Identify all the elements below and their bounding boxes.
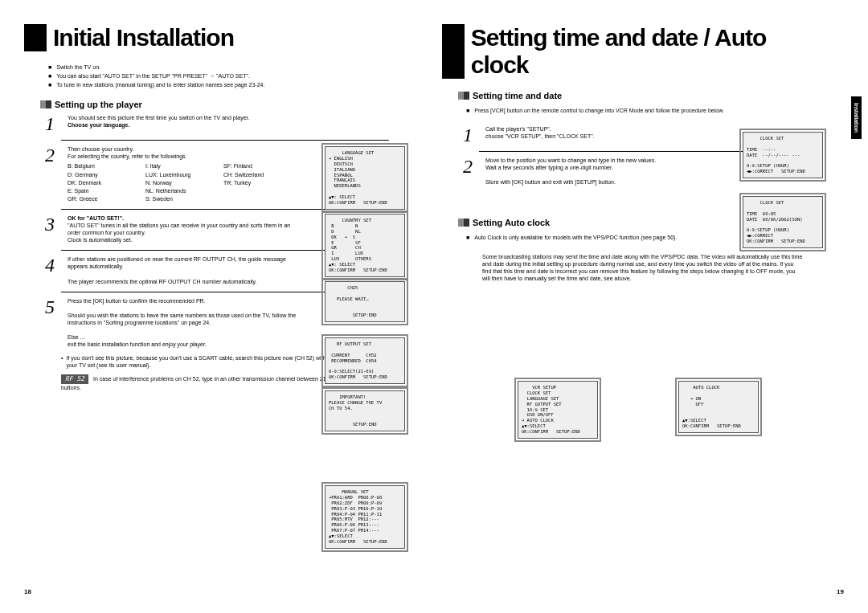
section-bar-icon (458, 92, 469, 100)
body-text: Some broadcasting stations may send the … (482, 253, 804, 282)
section-bar-icon (458, 219, 469, 227)
side-tab: Installation (851, 96, 862, 139)
step-number: 2 (463, 157, 479, 186)
screen-language: LANGUAGE SET ➔ ENGLISH DEUTSCH ITALIANO … (321, 143, 408, 213)
title-bar-left: Initial Installation (24, 24, 410, 51)
section-title: Setting time and date (473, 91, 562, 100)
step-number: 5 (45, 297, 61, 349)
step-body: If other stations are positioned on near… (68, 255, 301, 284)
title-tab-icon (24, 24, 47, 51)
page-number-left: 18 (24, 588, 31, 595)
page-18: Initial Installation Switch the TV on. Y… (24, 24, 410, 391)
screen-autoclock: AUTO CLOCK ➔ ON OFF ▲▼:SELECT OK:CONFIRM… (675, 378, 762, 436)
page-title: Initial Installation (47, 24, 234, 51)
screen-country: COUNTRY SET B N D NL DK ➔ S E SF GR CH I… (321, 210, 408, 280)
step-number: 1 (45, 114, 61, 133)
screen-clock2: CLOCK SET TIME 08:05 DATE 08/06/2002(SUN… (739, 193, 826, 251)
bullet: Press [VCR] button on the remote control… (466, 107, 828, 114)
country-table: B: BelgiumI: ItalySF: Finland D: Germany… (68, 162, 301, 202)
title-tab-icon (442, 24, 465, 79)
step-body: OK for "AUTO SET!". "AUTO SET" tunes in … (68, 215, 301, 243)
step-body: Call the player's "SETUP". choose "VCR S… (485, 125, 719, 145)
step-number: 2 (45, 145, 61, 202)
section-header: Setting up the player (40, 100, 410, 109)
screen-important: IMPORTANT! PLEASE CHANGE THE TV CH TO 54… (321, 387, 408, 435)
divider (61, 140, 389, 141)
section-header: Setting time and date (458, 91, 828, 100)
step-body: Press the [OK] button to confirm the rec… (68, 297, 301, 349)
screen-clock1: CLOCK SET TIME --:-- DATE --/--/---- ---… (739, 129, 826, 182)
bullet: Switch the TV on. (48, 63, 410, 71)
screen-autoset: CH25 PLEASE WAIT… SETUP:END (321, 278, 408, 325)
page-19: Setting time and date / Auto clock Setti… (442, 24, 828, 285)
section-title: Setting up the player (55, 100, 142, 109)
step-body: You should see this picture the first ti… (68, 114, 301, 133)
step-body: Move to the position you want to change … (485, 157, 719, 186)
step-number: 4 (45, 255, 61, 284)
title-bar-right: Setting time and date / Auto clock (442, 24, 828, 79)
step-number: 3 (45, 215, 61, 243)
bullet: You can also start "AUTO SET" in the SET… (48, 72, 410, 80)
section-bar-icon (40, 100, 51, 108)
rf-badge: RF 52 (61, 374, 88, 384)
step-1: 1 You should see this picture the first … (45, 114, 410, 133)
section-title: Setting Auto clock (473, 218, 550, 227)
screen-vcrsetup: VCR SETUP CLOCK SET LANGUAGE SET RF OUTP… (514, 378, 601, 442)
bullet: To tune in new stations (manual tuning) … (48, 81, 410, 88)
step-body: Then choose your country. For selecting … (68, 145, 301, 202)
step-number: 1 (463, 125, 479, 145)
screen-rfoutput: RF OUTPUT SET CURRENT CH52 RECOMMENDED C… (321, 334, 408, 387)
screen-manual: MANUAL SET ➔PR01:ARD PR08:P-08 PR02:ZDF … (321, 482, 408, 552)
bullets: Press [VCR] button on the remote control… (466, 107, 828, 114)
page-number-right: 19 (837, 588, 844, 595)
page-title: Setting time and date / Auto clock (465, 24, 828, 79)
intro-bullets: Switch the TV on. You can also start "AU… (48, 63, 410, 88)
